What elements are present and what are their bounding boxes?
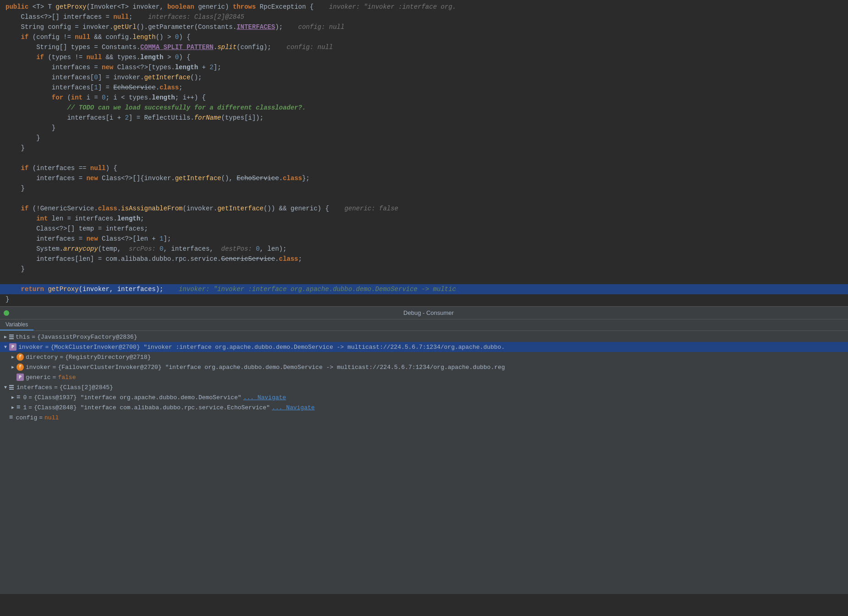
icon-f-directory: f xyxy=(17,353,24,361)
debug-bar: Debug - Consumer xyxy=(0,306,848,319)
expand-config xyxy=(2,414,9,421)
icon-p-generic: P xyxy=(17,374,24,381)
var-row-this: this = {JavassistProxyFactory@2836} xyxy=(0,332,848,342)
code-line-16: if (interfaces == null) { xyxy=(0,163,848,173)
code-line-1: public <T> T getProxy(Invoker<T> invoker… xyxy=(0,2,848,12)
expand-directory[interactable] xyxy=(9,353,17,361)
code-line-blank1 xyxy=(0,153,848,163)
code-line-15: } xyxy=(0,143,848,153)
var-row-config: = config = null xyxy=(0,412,848,423)
expand-invoker[interactable] xyxy=(2,343,9,351)
code-line-11: // TODO can we load successfully for a d… xyxy=(0,103,848,113)
var-row-generic: P generic = false xyxy=(0,372,848,382)
icon-f-invoker2: f xyxy=(17,363,24,371)
var-row-invoker2: f invoker = {FailoverClusterInvoker@2720… xyxy=(0,362,848,372)
code-line-return: return getProxy(invoker, interfaces); in… xyxy=(0,284,848,294)
code-line-blank2 xyxy=(0,193,848,204)
code-line-18: } xyxy=(0,183,848,193)
variables-tabs: Variables xyxy=(0,319,848,331)
code-line-19: if (!GenericService.class.isAssignableFr… xyxy=(0,204,848,214)
code-line-20: int len = interfaces.length; xyxy=(0,214,848,224)
navigate-interfaces-1[interactable]: ... Navigate xyxy=(272,404,315,411)
variables-list: this = {JavassistProxyFactory@2836} P in… xyxy=(0,331,848,424)
code-line-10: for (int i = 0; i < types.length; i++) { xyxy=(0,93,848,103)
code-line-4: if (config != null && config.length() > … xyxy=(0,32,848,42)
code-line-3: String config = invoker.getUrl().getPara… xyxy=(0,22,848,32)
var-row-interfaces-0: = 0 = {Class@1937} "interface org.apache… xyxy=(0,392,848,402)
var-row-interfaces-1: = 1 = {Class@2848} "interface com.alibab… xyxy=(0,402,848,412)
code-line-9: interfaces[1] = EchoService.class; xyxy=(0,82,848,93)
var-row-interfaces: interfaces = {Class[2]@2845} xyxy=(0,382,848,392)
expand-interfaces-1[interactable] xyxy=(9,404,17,411)
code-line-24: interfaces[len] = com.alibaba.dubbo.rpc.… xyxy=(0,254,848,264)
var-row-invoker: P invoker = {MockClusterInvoker@2700} "i… xyxy=(0,342,848,352)
code-editor: public <T> T getProxy(Invoker<T> invoker… xyxy=(0,0,848,306)
code-line-5: String[] types = Constants.COMMA_SPLIT_P… xyxy=(0,42,848,52)
code-line-2: Class<?>[] interfaces = null; interfaces… xyxy=(0,12,848,22)
expand-generic xyxy=(9,374,17,381)
code-line-21: Class<?>[] temp = interfaces; xyxy=(0,224,848,234)
expand-invoker2[interactable] xyxy=(9,363,17,371)
code-line-7: interfaces = new Class<?>[types.length +… xyxy=(0,62,848,72)
code-line-17: interfaces = new Class<?>[]{invoker.getI… xyxy=(0,173,848,183)
code-line-25: } xyxy=(0,264,848,274)
code-line-8: interfaces[0] = invoker.getInterface(); xyxy=(0,72,848,82)
code-line-14: } xyxy=(0,133,848,143)
code-line-22: interfaces = new Class<?>[len + 1]; xyxy=(0,234,848,244)
variables-panel: Variables this = {JavassistProxyFactory@… xyxy=(0,319,848,594)
debug-dot xyxy=(4,310,9,316)
code-line-13: } xyxy=(0,123,848,133)
tab-variables[interactable]: Variables xyxy=(0,319,33,330)
code-line-12: interfaces[i + 2] = ReflectUtils.forName… xyxy=(0,113,848,123)
code-line-23: System.arraycopy(temp, srcPos: 0, interf… xyxy=(0,244,848,254)
expand-interfaces[interactable] xyxy=(2,384,9,391)
icon-p-invoker: P xyxy=(9,343,17,351)
code-line-close: } xyxy=(0,294,848,304)
expand-this[interactable] xyxy=(2,333,9,341)
var-row-directory: f directory = {RegistryDirectory@2718} xyxy=(0,352,848,362)
code-line-blank3 xyxy=(0,274,848,284)
debug-title: Debug - Consumer xyxy=(13,309,844,316)
code-line-6: if (types != null && types.length > 0) { xyxy=(0,52,848,62)
main-container: public <T> T getProxy(Invoker<T> invoker… xyxy=(0,0,848,594)
navigate-interfaces-0[interactable]: ... Navigate xyxy=(243,394,286,401)
expand-interfaces-0[interactable] xyxy=(9,394,17,401)
